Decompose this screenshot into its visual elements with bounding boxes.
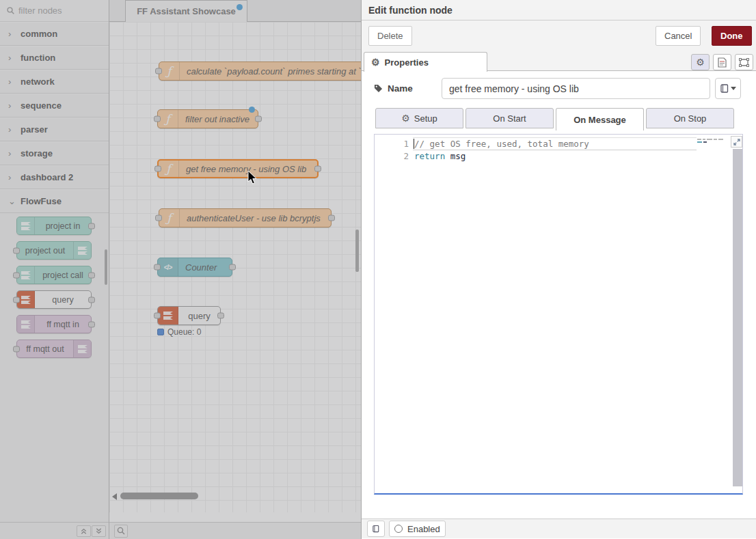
line-number: 2 — [375, 150, 409, 163]
delete-button[interactable]: Delete — [368, 26, 412, 46]
line-number: 1 — [375, 138, 409, 150]
enabled-label: Enabled — [407, 524, 440, 534]
expand-editor-button[interactable] — [731, 136, 742, 148]
code-line-2[interactable]: 2return msg — [375, 150, 742, 163]
expand-icon — [733, 139, 740, 146]
tab-on-message[interactable]: On Message — [556, 108, 644, 130]
function-editor-tabs: ⚙SetupOn StartOn MessageOn Stop — [375, 108, 734, 130]
edit-dialog-title: Edit function node — [368, 5, 453, 16]
properties-tab-label: Properties — [385, 57, 429, 68]
edit-dialog-toolbar: Delete Cancel Done — [362, 20, 756, 52]
properties-icon-button[interactable]: ⚙ — [691, 54, 710, 70]
description-icon-button[interactable] — [713, 54, 731, 70]
tab-on-start[interactable]: On Start — [465, 108, 554, 128]
gear-icon: ⚙ — [401, 113, 410, 123]
library-footer-button[interactable] — [367, 521, 385, 537]
editor-scrollbar[interactable] — [733, 149, 742, 486]
book-icon — [373, 525, 379, 533]
gear-icon: ⚙ — [696, 57, 705, 67]
appearance-icon-button[interactable] — [735, 54, 753, 70]
tag-icon — [374, 84, 383, 93]
chevron-down-icon — [731, 87, 736, 90]
mouse-cursor — [247, 170, 258, 185]
node-red-app: filter nodes ›common›function›network›se… — [0, 0, 756, 539]
edit-dialog-tab-icons: ⚙ — [691, 54, 753, 70]
tab-setup[interactable]: ⚙Setup — [375, 108, 463, 128]
description-icon — [718, 57, 727, 68]
cancel-button[interactable]: Cancel — [656, 26, 701, 46]
edit-dialog: Edit function node Delete Cancel Done ⚙ … — [361, 0, 756, 539]
done-button[interactable]: Done — [712, 26, 752, 46]
tab-on-stop[interactable]: On Stop — [646, 108, 734, 128]
enabled-state-icon — [394, 525, 403, 533]
name-label: Name — [374, 83, 413, 94]
tab-properties[interactable]: ⚙ Properties — [364, 52, 487, 72]
enabled-toggle-button[interactable]: Enabled — [389, 521, 446, 537]
appearance-icon — [739, 58, 749, 67]
edit-dialog-footer: Enabled — [362, 519, 756, 538]
edit-dialog-form: Name ⚙SetupOn StartOn MessageOn Stop 1//… — [362, 71, 756, 538]
code-line-1[interactable]: 1// get OS free, used, total memory — [375, 138, 742, 150]
edit-dialog-header: Edit function node — [362, 0, 756, 20]
code-editor[interactable]: 1// get OS free, used, total memory2retu… — [374, 134, 743, 495]
library-dropdown-button[interactable] — [715, 78, 741, 99]
workspace-dim-overlay — [0, 0, 361, 539]
editor-minimap[interactable] — [696, 137, 729, 147]
gear-icon: ⚙ — [371, 57, 380, 67]
name-row: Name — [362, 78, 756, 100]
edit-dialog-tabrow: ⚙ Properties ⚙ — [362, 52, 756, 71]
book-icon — [720, 84, 729, 93]
name-input[interactable] — [442, 78, 710, 99]
